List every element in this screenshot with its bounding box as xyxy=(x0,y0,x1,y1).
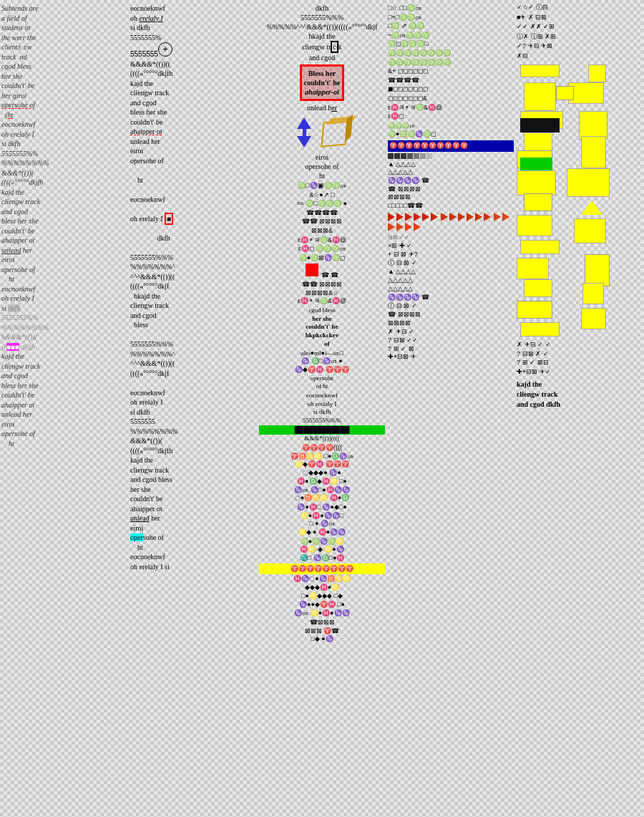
bless-her-text: Bless hercouldn't' heahaipper-oi xyxy=(304,69,340,96)
col4-content: □☆ □□♍㎝ □+□♍♍㎝ □♍ ⇗ ♍♍ ~♍㎝♍♍♍ ♍◻♍♍♍□ ♍♍♍… xyxy=(388,4,514,362)
col5-icons-top: ✓☆✓ ⓘ⊟ ■✈ ✗ ⊟⊠ ✓✓ ✗✗ ✓⊞ ⓘ✗ ⓘ⊞ ✗⊞ ✓? ✈⊟ ✈… xyxy=(517,3,643,61)
col1-text: Subtends area field ofstudens inthe werr… xyxy=(1,4,127,448)
column-2: eocnoeknwfoh erelaly Isi dkfh5555555%555… xyxy=(129,0,258,817)
blue-banner: ♈♈♈♈♈♈♈♈♈♈ xyxy=(389,142,468,149)
column-4: □☆ □□♍㎝ □+□♍♍㎝ □♍ ⇗ ♍♍ ~♍㎝♍♍♍ ♍◻♍♍♍□ ♍♍♍… xyxy=(386,0,515,817)
col3-content: dkfh5555555%%%%%%%%^^^&&&*(())(((((«°°°°… xyxy=(259,4,385,644)
column-1: Subtends area field ofstudens inthe werr… xyxy=(0,0,129,817)
yellow-blocks-section xyxy=(517,64,610,337)
col5-bottom-text: ✗ ✈⊟ ✓ ✓? ⊟⊠ ✗ ✓? ⊞ ✓ ⊠⊟✚+⊟⊠ ✈✓ kajd the… xyxy=(517,340,643,410)
col2-text: eocnoeknwfoh erelaly Isi dkfh5555555%555… xyxy=(130,4,256,571)
column-3: dkfh5555555%%%%%%%%^^^&&&*(())(((((«°°°°… xyxy=(258,0,386,817)
column-5: ✓☆✓ ⓘ⊟ ■✈ ✗ ⊟⊠ ✓✓ ✗✗ ✓⊞ ⓘ✗ ⓘ⊞ ✗⊞ ✓? ✈⊟ ✈… xyxy=(515,0,644,817)
col3-yellow-highlight: ♈♈♈♈♈♈♈♈ xyxy=(291,565,353,572)
